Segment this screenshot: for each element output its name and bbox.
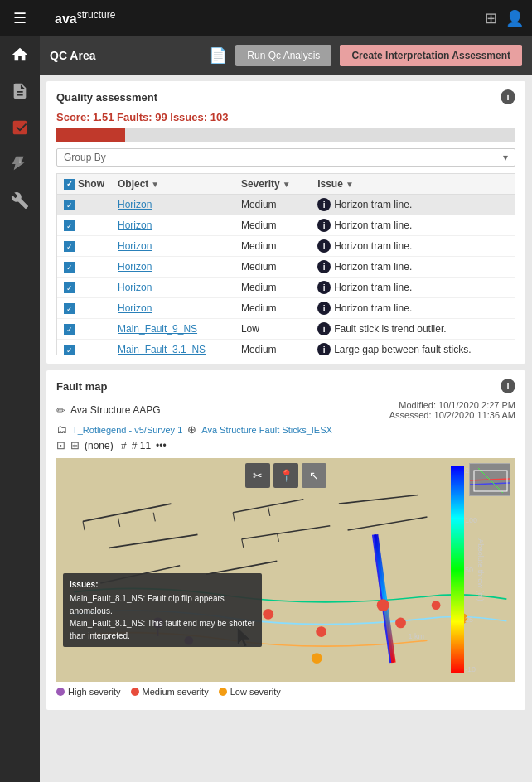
row-checkbox[interactable]: ✓	[64, 220, 75, 231]
row-checkbox[interactable]: ✓	[64, 282, 75, 293]
table-row[interactable]: ✓ Horizon Medium i Horizon tram line.	[57, 298, 515, 319]
medium-severity-dot	[131, 688, 139, 696]
filter-icon-meta: ⊞	[70, 439, 80, 451]
table-row[interactable]: ✓ Horizon Medium i Horizon tram line.	[57, 278, 515, 298]
scissors-tool-button[interactable]: ✂	[245, 463, 270, 488]
row-issue: i Horizon tram line.	[311, 215, 515, 236]
th-show-label: Show	[78, 178, 104, 190]
table-row[interactable]: ✓ Main_Fault_3.1_NS Medium i Large gap b…	[57, 340, 515, 356]
fault-map-title: Fault map	[56, 380, 107, 393]
scale-labels: 235 100 50 25 -10	[465, 466, 486, 673]
show-all-checkbox[interactable]: ✓	[64, 179, 75, 190]
row-checkbox-cell: ✓	[57, 278, 111, 298]
row-issue: i Large gap between fault sticks.	[311, 340, 515, 356]
table-row[interactable]: ✓ Main_Fault_9_NS Low i Fault stick is t…	[57, 319, 515, 340]
object-link[interactable]: Horizon	[118, 240, 152, 252]
severity-filter-icon[interactable]: ▼	[283, 180, 291, 189]
sidebar-item-scales[interactable]	[0, 146, 40, 182]
run-qc-button[interactable]: Run Qc Analysis	[235, 45, 331, 66]
meta-project-row: ✏ Ava Structure AAPG Modified: 10/1/2020…	[56, 400, 515, 420]
table-row[interactable]: ✓ Horizon Medium i Horizon tram line.	[57, 236, 515, 257]
pin-tool-button[interactable]: 📍	[273, 463, 298, 488]
object-link[interactable]: Horizon	[118, 199, 152, 210]
topbar: avastructure ⊞ 👤	[40, 0, 532, 36]
issue-filter-icon[interactable]: ▼	[346, 180, 354, 189]
group-by-dropdown[interactable]: Group By ▾	[56, 148, 515, 167]
svg-point-21	[263, 609, 273, 620]
fault-map-meta: ✏ Ava Structure AAPG Modified: 10/1/2020…	[56, 400, 515, 451]
progress-bar-fill	[56, 128, 125, 142]
th-object: Object ▼	[111, 174, 235, 195]
legend-medium-severity: Medium severity	[131, 687, 209, 697]
fault-map-info-icon[interactable]: i	[501, 379, 515, 393]
issue-info-icon: i	[317, 198, 331, 211]
row-checkbox-cell: ✓	[57, 319, 111, 340]
minimap	[469, 463, 510, 496]
sidebar-item-tools[interactable]	[0, 182, 40, 219]
issue-text: Horizon tram line.	[334, 199, 412, 210]
row-object: Horizon	[111, 278, 235, 298]
scale-label-50: 50	[465, 566, 486, 574]
row-severity: Low	[235, 319, 311, 340]
cursor-tool-button[interactable]: ↖	[302, 463, 326, 488]
sticks-icon: ⊕	[187, 423, 196, 436]
high-severity-label: High severity	[68, 687, 121, 697]
object-link[interactable]: Horizon	[118, 302, 152, 314]
fault-map-card: Fault map i ✏ Ava Structure AAPG Modifie…	[46, 370, 525, 710]
svg-point-23	[377, 599, 389, 611]
row-issue: i Horizon tram line.	[311, 257, 515, 278]
row-checkbox[interactable]: ✓	[64, 241, 75, 252]
row-severity: Medium	[235, 278, 311, 298]
row-issue: i Horizon tram line.	[311, 236, 515, 257]
object-link[interactable]: Horizon	[118, 282, 152, 293]
svg-rect-0	[56, 458, 515, 682]
table-row[interactable]: ✓ Horizon Medium i Horizon tram line.	[57, 257, 515, 278]
issue-text: Large gap between fault sticks.	[334, 344, 471, 355]
quality-assessment-title: Quality assessment	[56, 91, 157, 104]
group-by-label: Group By	[64, 152, 106, 163]
row-issue: i Horizon tram line.	[311, 298, 515, 319]
row-object: Main_Fault_9_NS	[111, 319, 235, 340]
user-icon[interactable]: 👤	[505, 9, 524, 27]
low-severity-dot	[219, 688, 227, 696]
row-checkbox[interactable]: ✓	[64, 262, 75, 273]
th-severity-label: Severity	[241, 178, 280, 190]
object-filter-icon[interactable]: ▼	[151, 180, 159, 189]
table-row[interactable]: ✓ Horizon Medium i Horizon tram line.	[57, 195, 515, 215]
row-checkbox[interactable]: ✓	[64, 200, 75, 210]
grid-icon[interactable]: ⊞	[485, 9, 497, 27]
th-show: ✓ Show	[57, 174, 111, 195]
object-link[interactable]: Horizon	[118, 220, 152, 231]
sidebar-item-home[interactable]	[0, 36, 40, 73]
main-content: avastructure ⊞ 👤 QC Area 📄 Run Qc Analys…	[40, 0, 532, 782]
meta-survey-row: 🗂 T_Rotliegend - v5/Survey 1 ⊕ Ava Struc…	[56, 423, 515, 436]
svg-point-24	[395, 618, 406, 629]
tooltip-line-2: Main_Fault_8.1_NS: This fault end may be…	[70, 617, 255, 642]
legend-low-severity: Low severity	[219, 687, 281, 697]
create-interpretation-button[interactable]: Create Interpretation Assessment	[340, 45, 522, 66]
tooltip-title: Issues:	[70, 578, 255, 591]
modified-date: Modified: 10/1/2020 2:27 PM	[389, 400, 515, 410]
row-checkbox[interactable]: ✓	[64, 345, 75, 355]
map-container[interactable]: ✂ 📍 ↖	[56, 458, 515, 682]
sidebar-item-document[interactable]	[0, 73, 40, 109]
quality-assessment-info-icon[interactable]: i	[501, 89, 515, 104]
object-link[interactable]: Horizon	[118, 261, 152, 273]
hash-icon: #	[118, 440, 127, 451]
object-link[interactable]: Main_Fault_3.1_NS	[118, 344, 206, 355]
scale-text: 1 km	[408, 632, 424, 640]
header-row: QC Area 📄 Run Qc Analysis Create Interpr…	[40, 36, 532, 75]
file-icon[interactable]: 📄	[209, 46, 227, 65]
filter-none-label: (none)	[85, 440, 114, 451]
issues-table: ✓ Show Object ▼	[57, 174, 515, 355]
row-checkbox[interactable]: ✓	[64, 303, 75, 314]
table-row[interactable]: ✓ Horizon Medium i Horizon tram line.	[57, 215, 515, 236]
th-severity: Severity ▼	[235, 174, 311, 195]
sidebar-item-tasks[interactable]	[0, 109, 40, 146]
hamburger-menu[interactable]: ☰	[0, 0, 40, 36]
more-icon[interactable]: •••	[156, 440, 167, 451]
row-checkbox[interactable]: ✓	[64, 324, 75, 335]
row-object: Main_Fault_3.1_NS	[111, 340, 235, 356]
object-link[interactable]: Main_Fault_9_NS	[118, 323, 197, 335]
row-object: Horizon	[111, 215, 235, 236]
